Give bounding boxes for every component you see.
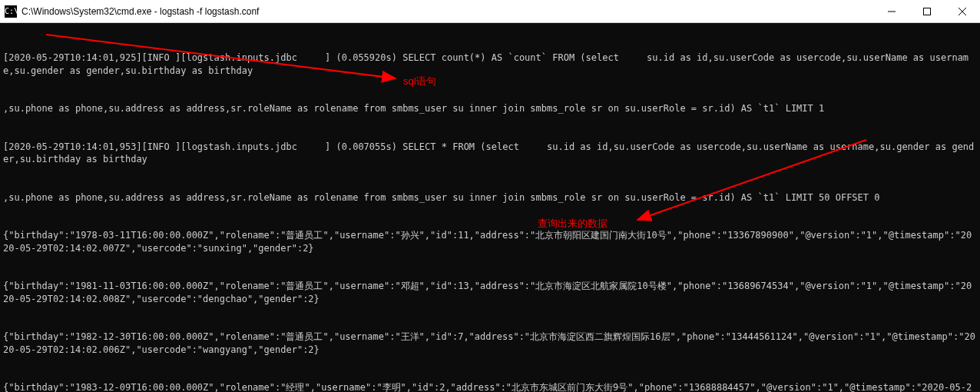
window-buttons: [874, 0, 980, 22]
minimize-button[interactable]: [874, 0, 909, 23]
maximize-button[interactable]: [909, 0, 945, 23]
log-line: ,su.phone as phone,su.address as address…: [3, 191, 977, 204]
log-line: [2020-05-29T10:14:01,953][INFO ][logstas…: [3, 141, 977, 166]
log-line: {"birthday":"1978-03-11T16:00:00.000Z","…: [3, 229, 977, 254]
svg-rect-1: [924, 8, 931, 15]
annotation-sql-label: sql语句: [403, 75, 436, 88]
log-line: [2020-05-29T10:14:01,925][INFO ][logstas…: [3, 51, 977, 77]
window-titlebar: C:\ C:\Windows\System32\cmd.exe - logsta…: [0, 0, 980, 23]
close-button[interactable]: [945, 0, 980, 23]
log-line: {"birthday":"1983-12-09T16:00:00.000Z","…: [3, 381, 977, 392]
terminal-output[interactable]: [2020-05-29T10:14:01,925][INFO ][logstas…: [0, 23, 980, 392]
log-line: ,su.phone as phone,su.address as address…: [3, 102, 977, 115]
cmd-icon: C:\: [5, 5, 17, 18]
log-line: {"birthday":"1982-12-30T16:00:00.000Z","…: [3, 331, 977, 356]
window-title: C:\Windows\System32\cmd.exe - logstash -…: [22, 6, 874, 17]
log-line: {"birthday":"1981-11-03T16:00:00.000Z","…: [3, 280, 977, 305]
